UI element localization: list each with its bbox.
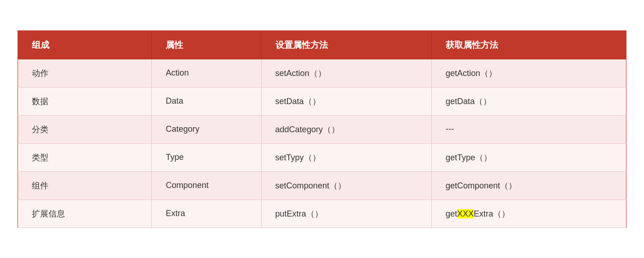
table-header-row: 组成 属性 设置属性方法 获取属性方法 — [18, 30, 626, 59]
cell-property: Component — [152, 171, 261, 199]
table-row: 动作ActionsetAction（）getAction（） — [18, 59, 626, 88]
cell-getter: getComponent（） — [431, 171, 626, 199]
cell-getter: getAction（） — [431, 59, 626, 88]
cell-setter: setData（） — [261, 87, 431, 115]
cell-property: Type — [152, 143, 261, 171]
cell-component: 分类 — [18, 115, 152, 143]
cell-component: 组件 — [18, 171, 152, 199]
table-row: 分类CategoryaddCategory（）--- — [18, 115, 626, 143]
cell-getter: getXXXExtra（） — [431, 199, 626, 228]
cell-property: Action — [152, 59, 261, 88]
table-row: 组件ComponentsetComponent（）getComponent（） — [18, 171, 626, 199]
table-row: 数据DatasetData（）getData（） — [18, 87, 626, 115]
table-row: 类型TypesetTypy（）getType（） — [18, 143, 626, 171]
cell-getter: --- — [431, 115, 626, 143]
header-component: 组成 — [18, 30, 152, 59]
getter-prefix: get — [446, 209, 457, 218]
cell-component: 扩展信息 — [18, 199, 152, 228]
cell-setter: addCategory（） — [261, 115, 431, 143]
cell-setter: setAction（） — [261, 59, 431, 88]
getter-suffix: Extra（） — [474, 209, 510, 218]
cell-getter: getData（） — [431, 87, 626, 115]
cell-component: 类型 — [18, 143, 152, 171]
header-getter: 获取属性方法 — [431, 30, 626, 59]
cell-setter: setTypy（） — [261, 143, 431, 171]
cell-component: 数据 — [18, 87, 152, 115]
header-property: 属性 — [152, 30, 261, 59]
header-setter: 设置属性方法 — [261, 30, 431, 59]
main-table-container: 组成 属性 设置属性方法 获取属性方法 动作ActionsetAction（）g… — [18, 30, 626, 228]
cell-getter: getType（） — [431, 143, 626, 171]
table-row: 扩展信息ExtraputExtra（）getXXXExtra（） — [18, 199, 626, 228]
data-table: 组成 属性 设置属性方法 获取属性方法 动作ActionsetAction（）g… — [18, 30, 626, 228]
cell-setter: putExtra（） — [261, 199, 431, 228]
cell-property: Extra — [152, 199, 261, 228]
getter-highlight-text: XXX — [457, 209, 474, 218]
cell-component: 动作 — [18, 59, 152, 88]
cell-setter: setComponent（） — [261, 171, 431, 199]
cell-property: Data — [152, 87, 261, 115]
cell-property: Category — [152, 115, 261, 143]
